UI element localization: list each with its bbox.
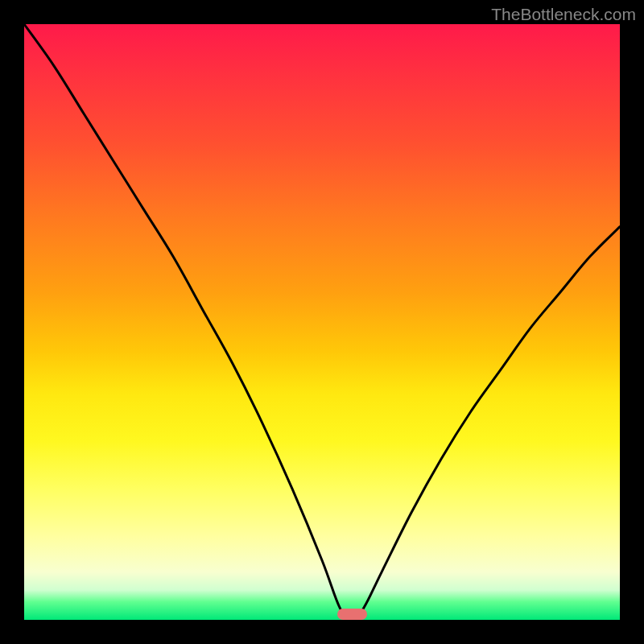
- watermark-text: TheBottleneck.com: [491, 5, 636, 24]
- bottleneck-curve: [24, 24, 620, 620]
- chart-plot-area: [24, 24, 620, 620]
- minimum-marker: [337, 609, 367, 620]
